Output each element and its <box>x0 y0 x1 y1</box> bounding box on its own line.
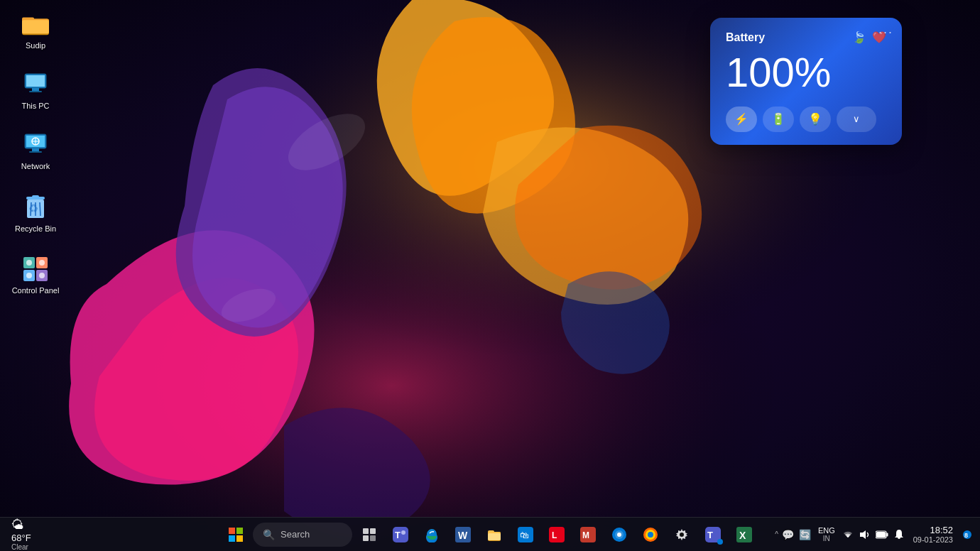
svg-rect-22 <box>32 195 39 198</box>
svg-text:X: X <box>739 530 746 541</box>
svg-point-33 <box>39 260 45 266</box>
battery-percentage: 100% <box>726 50 886 95</box>
mcafee-button[interactable]: M <box>574 520 602 549</box>
network-label: Network <box>21 162 50 170</box>
taskbar: 🌤 68°F Clear 🔍 Search <box>0 517 980 551</box>
svg-marker-70 <box>860 530 866 539</box>
weather-icon: 🌤 <box>11 518 24 533</box>
power-saver-btn[interactable]: ⚡ <box>726 107 757 132</box>
notifications-tray-icon[interactable] <box>892 528 906 542</box>
desktop: Sudip This PC Ne <box>0 0 980 551</box>
expand-btn[interactable]: ∨ <box>837 107 876 132</box>
ms-store-button[interactable]: 🛍 <box>511 520 540 549</box>
taskbar-center: 🔍 Search T <box>222 520 758 549</box>
svg-rect-11 <box>32 88 39 91</box>
svg-point-35 <box>39 273 45 278</box>
boost-btn[interactable]: 🔋 <box>763 107 794 132</box>
battery-tray-icon[interactable] <box>875 528 889 542</box>
svg-rect-36 <box>229 528 235 534</box>
lenovo-button[interactable]: L <box>543 520 571 549</box>
svg-text:8: 8 <box>964 532 968 539</box>
brightness-btn[interactable]: 💡 <box>800 107 831 132</box>
svg-rect-41 <box>370 528 376 534</box>
wifi-tray-icon[interactable] <box>841 528 855 542</box>
wechat-tray-icon[interactable]: 💬 <box>781 528 795 542</box>
battery-leaf-icon[interactable]: 🍃 <box>852 31 866 44</box>
tray-expand-chevron[interactable]: ^ <box>775 530 778 538</box>
sync-tray-icon[interactable]: 🔄 <box>798 528 812 542</box>
teams-meet-button[interactable]: T <box>386 520 415 549</box>
task-view-button[interactable] <box>355 520 383 549</box>
battery-title: Battery <box>726 31 765 44</box>
svg-rect-8 <box>22 20 49 33</box>
svg-line-26 <box>40 202 40 216</box>
volume-tray-icon[interactable] <box>858 528 872 542</box>
desktop-icon-recycle-bin[interactable]: ♻ Recycle Bin <box>7 190 64 236</box>
svg-text:M: M <box>582 530 589 540</box>
weather-widget[interactable]: 🌤 68°F Clear <box>6 518 55 551</box>
svg-rect-73 <box>876 532 886 538</box>
svg-rect-37 <box>236 528 243 534</box>
battery-widget: ··· Battery 🍃 ❤️ 100% ⚡ 🔋 💡 ∨ <box>710 18 902 145</box>
lang-region: IN <box>823 535 830 542</box>
recycle-bin-label: Recycle Bin <box>15 224 56 233</box>
svg-point-65 <box>680 533 684 537</box>
sudip-label: Sudip <box>26 41 45 50</box>
widget-more-options[interactable]: ··· <box>878 25 893 40</box>
weather-condition: Clear <box>11 543 28 551</box>
browser2-button[interactable] <box>636 520 665 549</box>
clock-time: 18:52 <box>913 525 953 535</box>
svg-text:T: T <box>707 530 713 540</box>
svg-text:W: W <box>458 530 468 541</box>
desktop-icon-sudip[interactable]: Sudip <box>7 7 64 53</box>
svg-rect-17 <box>29 151 42 153</box>
battery-controls: ⚡ 🔋 💡 ∨ <box>726 107 886 132</box>
control-panel-icon <box>21 255 50 283</box>
system-clock[interactable]: 18:52 09-01-2023 <box>909 525 957 544</box>
svg-text:🛍: 🛍 <box>520 530 529 540</box>
svg-text:L: L <box>552 530 557 540</box>
svg-text:♻: ♻ <box>28 202 38 214</box>
excel-button[interactable]: X <box>730 520 758 549</box>
svg-rect-39 <box>236 535 243 542</box>
this-pc-label: This PC <box>21 102 49 110</box>
desktop-icon-network[interactable]: Network <box>7 128 64 173</box>
edge-button[interactable] <box>418 520 446 549</box>
svg-rect-40 <box>363 528 369 534</box>
control-panel-label: Control Panel <box>12 286 60 295</box>
teams-button[interactable]: T <box>699 520 727 549</box>
svg-rect-52 <box>488 533 501 540</box>
clock-date: 09-01-2023 <box>913 535 953 544</box>
desktop-icon-this-pc[interactable]: This PC <box>7 67 64 113</box>
svg-rect-43 <box>370 535 376 541</box>
temperature: 68°F <box>11 533 31 543</box>
search-label: Search <box>281 529 310 540</box>
system-tray: ^ 💬 🔄 ENG IN <box>775 525 974 544</box>
search-bar[interactable]: 🔍 Search <box>253 523 352 547</box>
svg-point-46 <box>401 530 405 535</box>
file-explorer-button[interactable] <box>480 520 508 549</box>
cortana-button[interactable] <box>605 520 633 549</box>
start-button[interactable] <box>222 520 250 549</box>
widget-header: Battery 🍃 ❤️ <box>726 31 886 44</box>
word-button[interactable]: W <box>449 520 477 549</box>
svg-point-34 <box>26 273 32 278</box>
svg-point-32 <box>26 260 32 266</box>
svg-rect-42 <box>363 535 369 541</box>
notification-badge[interactable]: 8 <box>960 528 974 542</box>
svg-rect-38 <box>229 535 235 542</box>
svg-rect-13 <box>26 75 45 87</box>
computer-icon <box>21 70 50 99</box>
teams-notification <box>717 539 723 545</box>
language-indicator[interactable]: ENG IN <box>815 526 838 542</box>
desktop-icon-control-panel[interactable]: Control Panel <box>7 252 64 298</box>
svg-rect-16 <box>32 148 39 151</box>
settings-button[interactable] <box>668 520 696 549</box>
svg-point-64 <box>648 532 653 538</box>
svg-rect-72 <box>886 533 888 536</box>
folder-icon <box>21 10 50 38</box>
network-icon <box>21 131 50 159</box>
svg-rect-12 <box>29 91 42 92</box>
search-icon: 🔍 <box>263 529 275 540</box>
lang-label: ENG <box>818 526 835 535</box>
